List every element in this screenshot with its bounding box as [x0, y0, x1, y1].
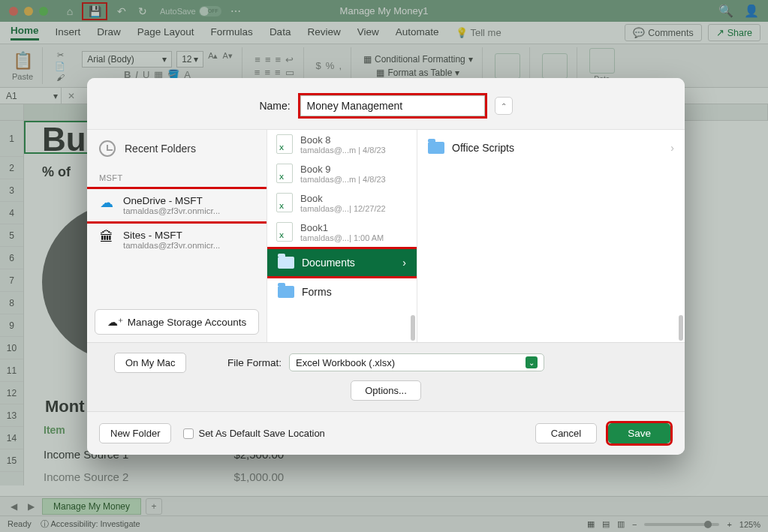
scrollbar-icon[interactable] [679, 315, 683, 341]
file-row[interactable]: Booktamaldas@...| 12/27/22 [267, 188, 417, 218]
subfolder-column: Office Scripts › [417, 130, 685, 342]
file-name: Book 8 [300, 134, 386, 146]
group-label-msft: MSFT [87, 167, 267, 187]
file-format-select[interactable]: Excel Workbook (.xlsx) ⌄ [289, 353, 544, 371]
folder-documents[interactable]: Documents › [267, 249, 417, 276]
sharepoint-icon: 🏛 [98, 230, 116, 245]
checkbox-icon [183, 428, 194, 439]
file-format-value: Excel Workbook (.xlsx) [296, 357, 395, 368]
excel-file-icon [276, 164, 293, 183]
options-button[interactable]: Options... [351, 380, 421, 401]
highlight-documents: Documents › [267, 247, 417, 278]
folder-icon [278, 257, 294, 269]
folder-label: Documents [302, 257, 355, 269]
highlight-save-button: Save [606, 421, 673, 446]
chevron-right-icon: › [402, 257, 406, 269]
sites-sub: tamaldas@zf3vr.onmicr... [123, 241, 220, 250]
excel-file-icon [276, 134, 293, 154]
recent-folders-button[interactable]: Recent Folders [87, 130, 267, 167]
file-meta: tamaldas@...| 12/27/22 [300, 204, 386, 213]
onedrive-sub: tamaldas@zf3vr.onmicr... [123, 206, 220, 215]
scrollbar-icon[interactable] [411, 315, 415, 341]
recent-label: Recent Folders [125, 143, 196, 155]
cloud-plus-icon: ☁⁺ [107, 316, 123, 328]
file-format-label: File Format: [227, 357, 282, 368]
default-location-checkbox[interactable]: Set As Default Save Location [183, 428, 324, 439]
new-folder-button[interactable]: New Folder [99, 423, 171, 443]
dialog-footer: New Folder Set As Default Save Location … [87, 411, 685, 455]
dropdown-icon: ⌄ [526, 356, 538, 368]
on-my-mac-button[interactable]: On My Mac [114, 353, 186, 373]
clock-icon [99, 140, 116, 157]
file-meta: tamaldas@...m | 4/8/23 [300, 146, 386, 155]
file-name: Book [300, 193, 386, 204]
file-row[interactable]: Book 9tamaldas@...m | 4/8/23 [267, 159, 417, 188]
locations-sidebar: Recent Folders MSFT ☁ OneDrive - MSFT ta… [87, 130, 267, 342]
dialog-body: Recent Folders MSFT ☁ OneDrive - MSFT ta… [87, 130, 685, 342]
cancel-button[interactable]: Cancel [535, 423, 597, 443]
location-onedrive[interactable]: ☁ OneDrive - MSFT tamaldas@zf3vr.onmicr.… [87, 189, 267, 221]
file-row[interactable]: Book1tamaldas@...| 1:00 AM [267, 218, 417, 247]
folder-icon [278, 286, 294, 298]
file-column: Book 8tamaldas@...m | 4/8/23 Book 9tamal… [267, 130, 417, 342]
location-sites[interactable]: 🏛 Sites - MSFT tamaldas@zf3vr.onmicr... [87, 224, 267, 256]
file-name: Book1 [300, 222, 384, 233]
manage-storage-label: Manage Storage Accounts [128, 317, 246, 328]
dialog-mid: On My Mac File Format: Excel Workbook (.… [87, 342, 685, 411]
folder-icon [428, 142, 444, 154]
file-meta: tamaldas@...m | 4/8/23 [300, 175, 386, 184]
onedrive-title: OneDrive - MSFT [123, 195, 220, 206]
default-location-label: Set As Default Save Location [198, 428, 324, 439]
folder-office-scripts[interactable]: Office Scripts › [428, 139, 674, 157]
folder-label: Office Scripts [452, 142, 514, 154]
excel-file-icon [276, 193, 293, 212]
manage-storage-button[interactable]: ☁⁺ Manage Storage Accounts [95, 309, 259, 335]
folder-forms[interactable]: Forms [267, 278, 417, 305]
expand-dialog-button[interactable]: ⌃ [495, 97, 513, 115]
file-meta: tamaldas@...| 1:00 AM [300, 233, 384, 242]
save-button[interactable]: Save [608, 423, 670, 443]
file-row[interactable]: Book 8tamaldas@...m | 4/8/23 [267, 130, 417, 159]
file-name-input[interactable] [300, 95, 485, 116]
file-name: Book 9 [300, 164, 386, 175]
save-dialog: Name: ⌃ Recent Folders MSFT ☁ OneDrive -… [87, 78, 685, 455]
sites-title: Sites - MSFT [123, 230, 220, 241]
name-label: Name: [259, 100, 290, 112]
highlight-onedrive: ☁ OneDrive - MSFT tamaldas@zf3vr.onmicr.… [87, 187, 267, 224]
folder-label: Forms [302, 286, 332, 298]
excel-file-icon [276, 222, 293, 242]
dialog-header: Name: ⌃ [87, 78, 685, 130]
cloud-icon: ☁ [98, 195, 116, 210]
highlight-name-field [298, 93, 487, 119]
chevron-right-icon: › [670, 142, 674, 154]
